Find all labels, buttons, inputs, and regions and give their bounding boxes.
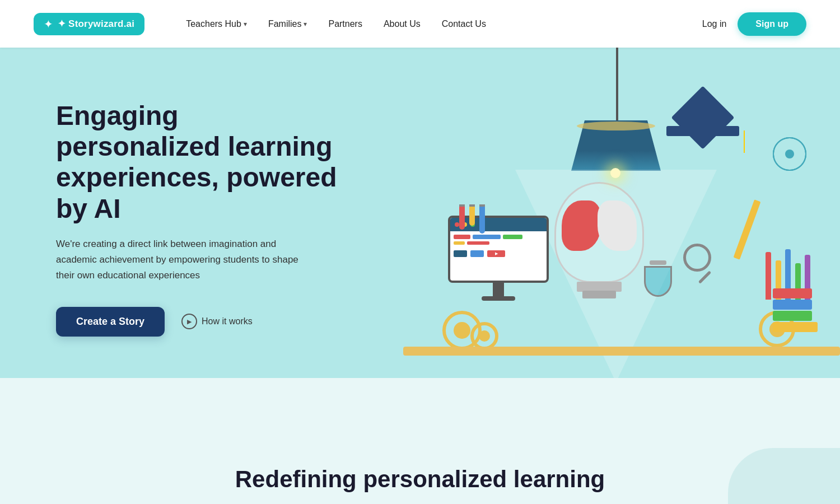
bar-el-1 bbox=[454, 235, 470, 239]
brain-right bbox=[598, 200, 637, 251]
tube-blue bbox=[479, 204, 485, 234]
grad-cap-top bbox=[671, 86, 734, 149]
bar-el-2 bbox=[473, 235, 501, 239]
pen-red bbox=[766, 252, 771, 300]
nav-actions: Log in Sign up bbox=[702, 12, 806, 36]
hero-actions: Create a Story ▶ How it works bbox=[56, 307, 347, 337]
hero-illustration: ▶ bbox=[403, 48, 840, 378]
hero-subtitle: We're creating a direct link between ima… bbox=[56, 236, 319, 283]
bulb-glass bbox=[554, 182, 644, 283]
redefining-title: Redefining personalized learning bbox=[235, 466, 605, 493]
monitor-btn-b bbox=[470, 250, 484, 257]
monitor-row-1 bbox=[454, 235, 543, 239]
monitor-btn-row: ▶ bbox=[454, 250, 543, 257]
monitor-btn-a bbox=[454, 250, 467, 257]
monitor-content: ▶ bbox=[450, 231, 547, 260]
play-icon: ▶ bbox=[181, 314, 197, 329]
tube-red bbox=[459, 204, 465, 230]
signup-button[interactable]: Sign up bbox=[738, 12, 806, 36]
lamp-glow bbox=[610, 168, 620, 178]
atom-nucleus bbox=[785, 150, 794, 158]
monitor-stand bbox=[493, 283, 504, 296]
hero-title: Engaging personalized learning experienc… bbox=[56, 100, 347, 224]
monitor-base bbox=[482, 296, 515, 301]
magnify-icon bbox=[683, 244, 711, 285]
logo-icon: ✦ bbox=[44, 17, 53, 31]
brain-left bbox=[562, 200, 601, 251]
how-it-works-button[interactable]: ▶ How it works bbox=[181, 314, 253, 329]
lamp-cord bbox=[616, 48, 618, 126]
bar-el-4 bbox=[454, 241, 465, 245]
chevron-down-icon: ▾ bbox=[244, 20, 247, 28]
tube-yellow bbox=[469, 204, 475, 226]
gear-center bbox=[454, 322, 470, 339]
below-hero-section: Redefining personalized learning bbox=[0, 378, 840, 504]
beaker-icon bbox=[644, 260, 672, 297]
brain-bulb-icon bbox=[538, 176, 661, 316]
book-yellow bbox=[773, 322, 818, 332]
nav-about-us[interactable]: About Us bbox=[376, 15, 428, 34]
monitor-row-2 bbox=[454, 241, 543, 245]
create-story-button[interactable]: Create a Story bbox=[56, 307, 165, 337]
bulb-base2 bbox=[582, 291, 616, 298]
decorative-blob bbox=[728, 448, 840, 504]
test-tubes bbox=[459, 204, 485, 234]
hero-section: Engaging personalized learning experienc… bbox=[0, 48, 840, 378]
magnify-glass bbox=[683, 244, 711, 272]
grad-cap-board bbox=[666, 126, 739, 136]
hero-content: Engaging personalized learning experienc… bbox=[56, 100, 347, 337]
grad-tassel bbox=[744, 130, 745, 153]
shelf bbox=[403, 347, 840, 356]
graduation-cap-icon bbox=[666, 126, 739, 136]
bar-el-3 bbox=[503, 235, 522, 239]
gear-center-2 bbox=[479, 330, 490, 342]
nav-links: Teachers Hub ▾ Families ▾ Partners About… bbox=[178, 15, 702, 34]
chevron-down-icon: ▾ bbox=[304, 20, 307, 28]
monitor-btn-play: ▶ bbox=[487, 250, 505, 257]
nav-families[interactable]: Families ▾ bbox=[260, 15, 315, 34]
login-button[interactable]: Log in bbox=[702, 19, 727, 29]
navbar: ✦ ✦ Storywizard.ai Teachers Hub ▾ Famili… bbox=[0, 0, 840, 48]
gear-medium-icon bbox=[470, 322, 498, 350]
monitor-dot-red bbox=[455, 222, 459, 227]
logo-text: ✦ Storywizard.ai bbox=[58, 18, 134, 30]
nav-contact-us[interactable]: Contact Us bbox=[434, 15, 494, 34]
bar-el-5 bbox=[467, 241, 489, 245]
book-blue bbox=[773, 300, 812, 310]
nav-partners[interactable]: Partners bbox=[320, 15, 370, 34]
lamp-shade-inner bbox=[577, 122, 655, 130]
book-red bbox=[773, 288, 812, 298]
book-green bbox=[773, 311, 812, 321]
ruler-icon bbox=[734, 199, 761, 259]
books-icon bbox=[773, 288, 818, 333]
logo[interactable]: ✦ ✦ Storywizard.ai bbox=[34, 13, 144, 35]
magnify-handle bbox=[698, 270, 711, 283]
nav-teachers-hub[interactable]: Teachers Hub ▾ bbox=[178, 15, 255, 34]
